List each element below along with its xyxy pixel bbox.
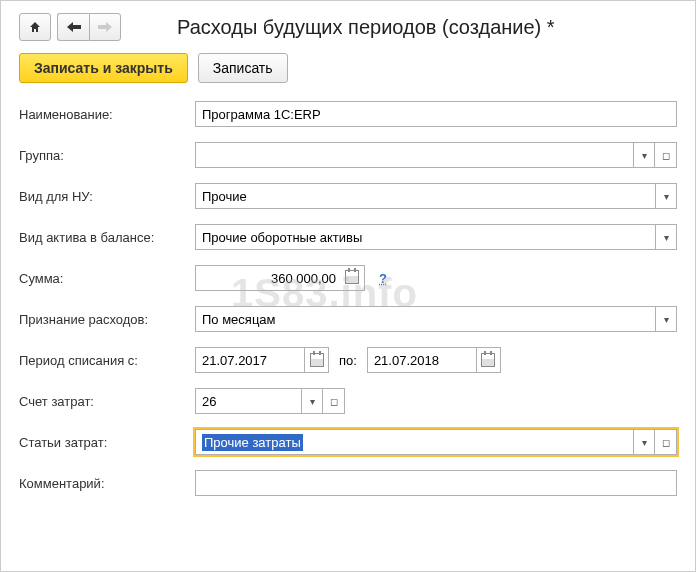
arrow-right-icon — [98, 22, 112, 32]
period-to-label: по: — [339, 353, 357, 368]
cost-account-label: Счет затрат: — [19, 394, 189, 409]
period-from-calendar-button[interactable] — [305, 347, 329, 373]
group-open-button[interactable]: ◻ — [655, 142, 677, 168]
forward-button[interactable] — [89, 13, 121, 41]
cost-items-input[interactable]: Прочие затраты — [195, 429, 633, 455]
recognition-dropdown-button[interactable]: ▾ — [655, 306, 677, 332]
home-icon — [28, 20, 42, 34]
comment-label: Комментарий: — [19, 476, 189, 491]
period-to-calendar-button[interactable] — [477, 347, 501, 373]
back-button[interactable] — [57, 13, 89, 41]
tax-type-dropdown-button[interactable]: ▾ — [655, 183, 677, 209]
cost-items-label: Статьи затрат: — [19, 435, 189, 450]
asset-type-dropdown-button[interactable]: ▾ — [655, 224, 677, 250]
save-button[interactable]: Записать — [198, 53, 288, 83]
cost-items-dropdown-button[interactable]: ▾ — [633, 429, 655, 455]
open-icon: ◻ — [330, 396, 338, 407]
asset-type-input[interactable] — [195, 224, 655, 250]
name-label: Наименование: — [19, 107, 189, 122]
period-to-input[interactable] — [367, 347, 477, 373]
chevron-down-icon: ▾ — [664, 232, 669, 243]
recognition-label: Признание расходов: — [19, 312, 189, 327]
sum-label: Сумма: — [19, 271, 189, 286]
cost-account-input[interactable] — [195, 388, 301, 414]
save-close-button[interactable]: Записать и закрыть — [19, 53, 188, 83]
period-from-input[interactable] — [195, 347, 305, 373]
comment-input[interactable] — [195, 470, 677, 496]
group-label: Группа: — [19, 148, 189, 163]
tax-type-label: Вид для НУ: — [19, 189, 189, 204]
open-icon: ◻ — [662, 437, 670, 448]
home-button[interactable] — [19, 13, 51, 41]
sum-input[interactable] — [195, 265, 365, 291]
cost-account-dropdown-button[interactable]: ▾ — [301, 388, 323, 414]
recognition-input[interactable] — [195, 306, 655, 332]
group-dropdown-button[interactable]: ▾ — [633, 142, 655, 168]
page-title: Расходы будущих периодов (создание) * — [177, 16, 555, 39]
open-icon: ◻ — [662, 150, 670, 161]
calendar-icon — [481, 353, 495, 367]
name-input[interactable] — [195, 101, 677, 127]
group-input[interactable] — [195, 142, 633, 168]
help-icon[interactable]: ? — [379, 271, 387, 286]
chevron-down-icon: ▾ — [664, 191, 669, 202]
cost-account-open-button[interactable]: ◻ — [323, 388, 345, 414]
chevron-down-icon: ▾ — [642, 437, 647, 448]
tax-type-input[interactable] — [195, 183, 655, 209]
asset-type-label: Вид актива в балансе: — [19, 230, 189, 245]
chevron-down-icon: ▾ — [642, 150, 647, 161]
calendar-icon — [310, 353, 324, 367]
cost-items-open-button[interactable]: ◻ — [655, 429, 677, 455]
chevron-down-icon: ▾ — [664, 314, 669, 325]
period-from-label: Период списания с: — [19, 353, 189, 368]
arrow-left-icon — [67, 22, 81, 32]
chevron-down-icon: ▾ — [310, 396, 315, 407]
